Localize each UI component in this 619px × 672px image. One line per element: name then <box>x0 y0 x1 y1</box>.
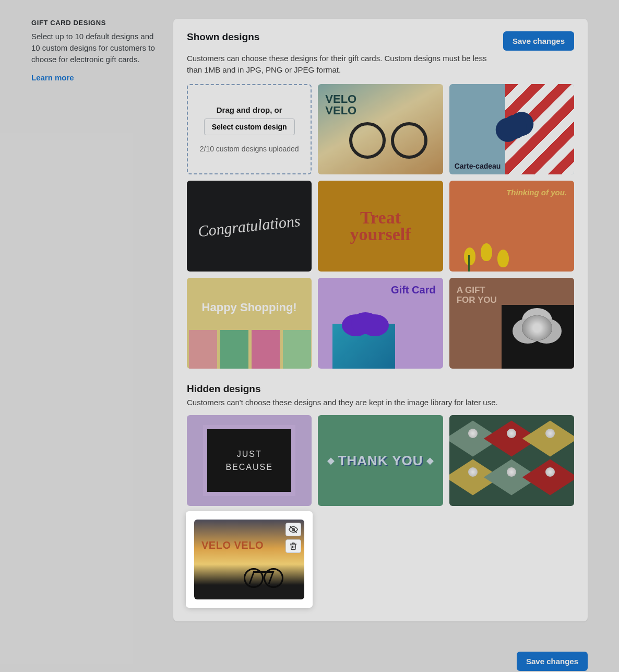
shown-heading: Shown designs <box>187 31 259 43</box>
hidden-description: Customers can't choose these designs and… <box>187 397 500 408</box>
card-text: Treatyourself <box>350 209 411 243</box>
design-card-happy-shopping[interactable]: Happy Shopping! <box>187 278 312 369</box>
design-card-gift-boxes[interactable] <box>449 415 574 506</box>
sidebar-description: Select up to 10 default designs and 10 c… <box>31 31 157 65</box>
card-text: JUSTBECAUSE <box>203 425 295 496</box>
sidebar-title: Gift Card Designs <box>31 19 157 27</box>
design-card-thinking-of-you[interactable]: Thinking of you. <box>449 181 574 272</box>
sidebar: Gift Card Designs Select up to 10 defaul… <box>31 19 157 621</box>
footer-save-changes-button[interactable]: Save changes <box>517 652 588 671</box>
design-card-thank-you[interactable]: ◆ THANK YOU ◆ <box>318 415 443 506</box>
footer-actions: Save changes <box>0 642 619 672</box>
select-custom-design-button[interactable]: Select custom design <box>204 119 295 135</box>
hidden-heading: Hidden designs <box>187 383 574 395</box>
card-text: VELO VELO <box>201 539 264 551</box>
design-card-gift-card[interactable]: Gift Card <box>318 278 443 369</box>
design-card-treat-yourself[interactable]: Treatyourself <box>318 181 443 272</box>
card-text: Gift Card <box>391 284 436 296</box>
shown-grid: Drag and drop, or Select custom design 2… <box>187 84 574 369</box>
card-text: A GIFTFOR YOU <box>457 285 497 305</box>
card-text: VELOVELO <box>325 93 356 116</box>
upload-count: 2/10 custom designs uploaded <box>200 145 299 153</box>
designs-panel: Shown designs Save changes Customers can… <box>173 19 588 621</box>
card-text: Thinking of you. <box>506 188 567 197</box>
design-card-carte-cadeau[interactable]: Carte-cadeau <box>449 84 574 175</box>
learn-more-link[interactable]: Learn more <box>31 73 74 82</box>
card-text: Carte-cadeau <box>455 162 501 170</box>
card-text: THANK YOU <box>338 453 423 469</box>
design-card-a-gift-for-you[interactable]: A GIFTFOR YOU <box>449 278 574 369</box>
design-card-just-because[interactable]: JUSTBECAUSE <box>187 415 312 506</box>
delete-design-button[interactable] <box>285 539 301 553</box>
hide-design-button[interactable] <box>285 523 301 536</box>
card-text: Congratulations <box>197 212 301 240</box>
design-card-velo[interactable]: VELOVELO <box>318 84 443 175</box>
save-changes-button[interactable]: Save changes <box>503 31 574 51</box>
eye-off-icon <box>289 525 298 534</box>
shown-description: Customers can choose these designs for t… <box>187 53 500 76</box>
hidden-grid: JUSTBECAUSE ◆ THANK YOU ◆ <box>187 415 574 607</box>
design-card-velo-sunset-selected[interactable]: VELO VELO <box>187 512 312 607</box>
upload-drag-label: Drag and drop, or <box>217 105 282 114</box>
card-text: Happy Shopping! <box>187 301 312 314</box>
trash-icon <box>289 542 297 550</box>
upload-card[interactable]: Drag and drop, or Select custom design 2… <box>187 84 312 175</box>
design-card-congratulations[interactable]: Congratulations <box>187 181 312 272</box>
